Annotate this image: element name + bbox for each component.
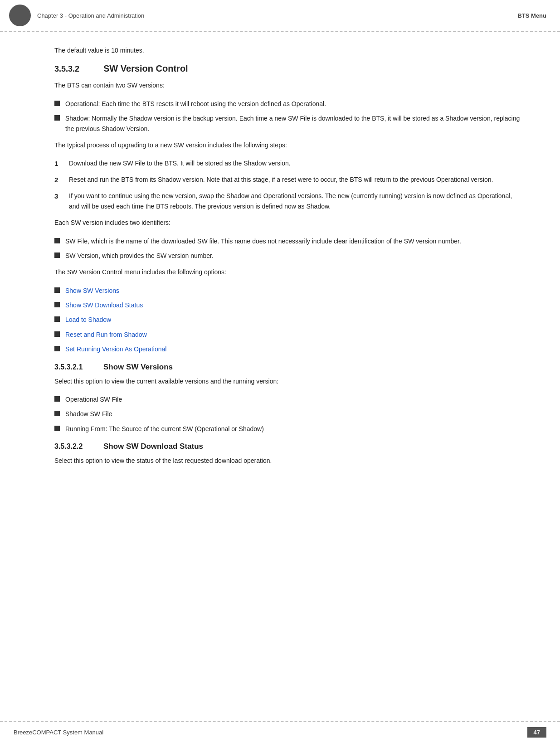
- header-left: Chapter 3 - Operation and Administration: [9, 5, 144, 26]
- list-item: Shadow: Normally the Shadow version is t…: [54, 113, 524, 134]
- section-label: BTS Menu: [517, 12, 546, 19]
- subsection-heading-35321: 3.5.3.2.1 Show SW Versions: [54, 363, 524, 372]
- list-item: 2 Reset and run the BTS from its Shadow …: [54, 175, 524, 185]
- menu-link-reset-run-shadow[interactable]: Reset and Run from Shadow: [65, 330, 147, 340]
- main-content: The default value is 10 minutes. 3.5.3.2…: [0, 32, 560, 488]
- bullet-text: SW File, which is the name of the downlo…: [65, 236, 461, 246]
- sub1-bullet-list: Operational SW File Shadow SW File Runni…: [54, 394, 524, 434]
- bullet-text: Operational SW File: [65, 394, 122, 404]
- bullet-icon: [54, 115, 60, 121]
- bullet-text: Shadow: Normally the Shadow version is t…: [65, 113, 524, 134]
- footer-brand: BreezeCOMPACT System Manual: [14, 729, 103, 736]
- subsection2-intro: Select this option to view the status of…: [54, 456, 524, 466]
- section-heading-3532: 3.5.3.2 SW Version Control: [54, 63, 524, 74]
- list-item: Show SW Versions: [54, 286, 524, 296]
- subsection-title: Show SW Versions: [103, 363, 173, 372]
- intro-text: The BTS can contain two SW versions:: [54, 80, 524, 90]
- subsection-number: 3.5.3.2.2: [54, 442, 95, 451]
- chapter-icon: [9, 5, 31, 26]
- section-title: SW Version Control: [103, 63, 188, 74]
- bullet-icon: [54, 411, 60, 416]
- menu-intro: The SW Version Control menu includes the…: [54, 267, 524, 277]
- list-item: Shadow SW File: [54, 409, 524, 419]
- bullet-icon: [54, 331, 60, 337]
- menu-link-show-sw-versions[interactable]: Show SW Versions: [65, 286, 119, 296]
- subsection1-intro: Select this option to view the current a…: [54, 376, 524, 386]
- step-text: Download the new SW File to the BTS. It …: [69, 158, 291, 168]
- chapter-label: Chapter 3 - Operation and Administration: [37, 12, 144, 19]
- bullet-icon: [54, 238, 60, 243]
- default-text: The default value is 10 minutes.: [54, 45, 524, 55]
- step-number: 2: [54, 175, 63, 185]
- numbered-steps-list: 1 Download the new SW File to the BTS. I…: [54, 158, 524, 211]
- menu-link-load-to-shadow[interactable]: Load to Shadow: [65, 315, 111, 325]
- step-number: 3: [54, 191, 63, 202]
- list-item: Reset and Run from Shadow: [54, 330, 524, 340]
- identifiers-bullet-list: SW File, which is the name of the downlo…: [54, 236, 524, 261]
- step-number: 1: [54, 158, 63, 169]
- identifiers-intro: Each SW version includes two identifiers…: [54, 218, 524, 228]
- bullet-text: SW Version, which provides the SW versio…: [65, 251, 214, 261]
- bullet-text: Running From: The Source of the current …: [65, 424, 264, 434]
- list-item: Operational SW File: [54, 394, 524, 404]
- subsection-heading-35322: 3.5.3.2.2 Show SW Download Status: [54, 442, 524, 451]
- bullet-icon: [54, 346, 60, 351]
- bullet-icon: [54, 287, 60, 293]
- list-item: SW File, which is the name of the downlo…: [54, 236, 524, 246]
- list-item: 1 Download the new SW File to the BTS. I…: [54, 158, 524, 169]
- subsection-title: Show SW Download Status: [103, 442, 203, 451]
- section-number: 3.5.3.2: [54, 64, 95, 74]
- menu-link-set-running-operational[interactable]: Set Running Version As Operational: [65, 344, 166, 354]
- bullet-icon: [54, 396, 60, 402]
- bullet-icon: [54, 101, 60, 106]
- subsection-number: 3.5.3.2.1: [54, 363, 95, 371]
- page-footer: BreezeCOMPACT System Manual 47: [0, 721, 560, 743]
- bullet-icon: [54, 302, 60, 307]
- list-item: Running From: The Source of the current …: [54, 424, 524, 434]
- bullet-icon: [54, 426, 60, 431]
- versions-bullet-list: Operational: Each time the BTS resets it…: [54, 99, 524, 134]
- list-item: Load to Shadow: [54, 315, 524, 325]
- menu-options-list: Show SW Versions Show SW Download Status…: [54, 286, 524, 355]
- list-item: Operational: Each time the BTS resets it…: [54, 99, 524, 109]
- footer-page-number: 47: [527, 727, 546, 738]
- bullet-icon: [54, 253, 60, 258]
- bullet-text: Operational: Each time the BTS resets it…: [65, 99, 326, 109]
- list-item: Show SW Download Status: [54, 300, 524, 310]
- list-item: Set Running Version As Operational: [54, 344, 524, 354]
- upgrade-intro: The typical process of upgrading to a ne…: [54, 140, 524, 150]
- menu-link-show-sw-download[interactable]: Show SW Download Status: [65, 300, 143, 310]
- step-text: If you want to continue using the new ve…: [69, 191, 524, 211]
- bullet-text: Shadow SW File: [65, 409, 112, 419]
- bullet-icon: [54, 316, 60, 322]
- page-header: Chapter 3 - Operation and Administration…: [0, 0, 560, 32]
- step-text: Reset and run the BTS from its Shadow ve…: [69, 175, 493, 185]
- list-item: SW Version, which provides the SW versio…: [54, 251, 524, 261]
- list-item: 3 If you want to continue using the new …: [54, 191, 524, 211]
